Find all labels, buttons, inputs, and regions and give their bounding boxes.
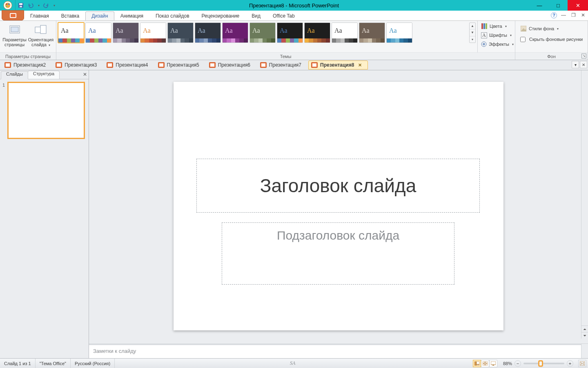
slide-editor: Заголовок слайда Подзаголовок слайда ⏶ ⏷… (89, 70, 588, 358)
theme-thumbnail[interactable]: Aa (167, 22, 194, 43)
document-tab[interactable]: Презентация6 (206, 61, 256, 70)
document-tab-close[interactable]: ✕ (358, 63, 362, 68)
zoom-in-button[interactable]: + (567, 360, 573, 367)
gallery-more-button[interactable]: ▾ (470, 36, 475, 43)
panel-tab-outline[interactable]: Структура (28, 71, 60, 79)
tab-design[interactable]: Дизайн (85, 11, 114, 20)
dialog-launcher[interactable]: ↘ (581, 54, 586, 58)
slide-thumbnail-1[interactable]: 1 (2, 83, 86, 138)
view-slideshow-icon (491, 361, 496, 366)
theme-swatch-row (223, 38, 248, 43)
redo-button[interactable] (42, 2, 50, 9)
status-theme[interactable]: "Тема Office" (36, 359, 71, 368)
theme-fonts-button[interactable]: AШрифты▾ (479, 31, 513, 40)
tab-slideshow[interactable]: Показ слайдов (149, 11, 196, 20)
slide-canvas[interactable]: Заголовок слайда Подзаголовок слайда (174, 82, 503, 330)
title-placeholder[interactable]: Заголовок слайда (196, 159, 480, 213)
theme-gallery[interactable]: AaAaAaAaAaAaAaAaAaAaAaAaAa (56, 21, 468, 52)
view-slideshow-button[interactable] (489, 360, 497, 367)
document-tab[interactable]: Презентация3 (53, 61, 103, 70)
theme-thumbnail[interactable]: Aa (222, 22, 248, 43)
next-slide-button[interactable]: ⏷ (581, 332, 588, 339)
save-button[interactable] (17, 2, 24, 9)
tab-officetab[interactable]: Office Tab (267, 11, 301, 20)
help-button[interactable]: ? (551, 12, 557, 18)
background-styles-button[interactable]: Стили фона▾ (519, 24, 560, 33)
zoom-control: 88% − + (500, 360, 577, 367)
document-tab[interactable]: Презентация5 (155, 61, 205, 70)
prev-slide-button[interactable]: ⏶ (581, 325, 588, 332)
undo-button[interactable] (27, 2, 34, 9)
theme-thumbnail[interactable]: Aa (58, 22, 84, 43)
document-tab[interactable]: Презентация2 (2, 61, 52, 70)
fit-to-window-button[interactable] (578, 360, 586, 367)
page-setup-button[interactable]: Параметры страницы (2, 22, 27, 47)
theme-colors-button[interactable]: Цвета▾ (479, 22, 513, 31)
minimize-button[interactable]: — (530, 0, 549, 11)
svg-rect-24 (483, 361, 485, 363)
office-button[interactable] (0, 0, 16, 11)
tab-view[interactable]: Вид (245, 11, 267, 20)
group-themes: AaAaAaAaAaAaAaAaAaAaAaAaAa ▲ ▼ ▾ Цвета▾ … (56, 21, 515, 60)
slides-panel: Слайды Структура ✕ 1 (0, 70, 89, 358)
theme-thumbnail[interactable]: Aa (359, 22, 385, 43)
close-button[interactable]: ✕ (568, 0, 588, 11)
status-slide-number[interactable]: Слайд 1 из 1 (0, 359, 36, 368)
panel-close-button[interactable]: ✕ (83, 72, 87, 77)
svg-rect-14 (40, 25, 46, 34)
document-tab[interactable]: Презентация8✕ (308, 61, 368, 70)
qat-customize[interactable]: ▾ (52, 2, 56, 9)
file-menu-button[interactable] (2, 10, 24, 20)
gallery-scroll-up[interactable]: ▲ (470, 23, 475, 29)
tab-home[interactable]: Главная (24, 11, 55, 20)
theme-thumbnail[interactable]: Aa (113, 22, 139, 43)
tab-animation[interactable]: Анимация (114, 11, 149, 20)
view-normal-button[interactable] (473, 360, 481, 367)
panel-tab-slides[interactable]: Слайды (1, 71, 28, 79)
notes-pane[interactable]: Заметки к слайду (89, 343, 581, 358)
window-controls: — □ ✕ (530, 0, 588, 11)
tab-review[interactable]: Рецензирование (196, 11, 246, 20)
theme-thumbnail[interactable]: Aa (195, 22, 221, 43)
theme-thumbnail[interactable]: Aa (386, 22, 412, 43)
zoom-slider-thumb[interactable] (539, 361, 542, 366)
mdi-close-button[interactable]: ✕ (580, 12, 586, 18)
doctabs-menu[interactable]: ▾ (572, 61, 579, 68)
theme-thumbnail[interactable]: Aa (277, 22, 303, 43)
ribbon-tabs: Главная Вставка Дизайн Анимация Показ сл… (0, 11, 588, 21)
doctabs-close[interactable]: ✕ (580, 61, 587, 68)
zoom-out-button[interactable]: − (514, 360, 521, 367)
hide-bg-graphics-checkbox[interactable]: Скрыть фоновые рисунки (519, 35, 584, 44)
document-tab[interactable]: Презентация4 (104, 61, 154, 70)
theme-swatch-row (387, 38, 412, 43)
theme-thumbnail[interactable]: Aa (304, 22, 330, 43)
title-bar: ▾ ▾ Презентация8 - Microsoft PowerPoint … (0, 0, 588, 11)
gallery-scroll-down[interactable]: ▼ (470, 29, 475, 36)
zoom-slider[interactable] (523, 363, 564, 364)
vertical-scrollbar[interactable]: ⏶ ⏷ (581, 70, 588, 339)
theme-swatch-row (58, 38, 84, 43)
theme-thumbnail[interactable]: Aa (249, 22, 276, 43)
mdi-restore-button[interactable]: ❐ (570, 12, 577, 18)
status-language[interactable]: Русский (Россия) (71, 359, 115, 368)
tab-insert[interactable]: Вставка (55, 11, 86, 20)
zoom-value[interactable]: 88% (503, 361, 512, 366)
ppt-doc-icon (4, 62, 11, 68)
maximize-button[interactable]: □ (549, 0, 568, 11)
thumbnail-preview[interactable] (8, 83, 84, 138)
theme-effects-button[interactable]: Эффекты▾ (479, 40, 513, 49)
slide-orientation-button[interactable]: Ориентация слайда ▾ (28, 22, 53, 48)
document-tab[interactable]: Презентация7 (257, 61, 307, 70)
document-tab-label: Презентация5 (167, 62, 199, 68)
notes-scrollbar[interactable] (581, 343, 588, 358)
theme-thumbnail[interactable]: Aa (140, 22, 166, 43)
svg-rect-15 (481, 23, 483, 29)
undo-menu[interactable]: ▾ (37, 2, 40, 9)
hide-bg-checkbox-input[interactable] (520, 37, 526, 42)
mdi-minimize-button[interactable]: — (560, 12, 567, 18)
fonts-icon: A (481, 32, 487, 38)
view-sorter-button[interactable] (481, 360, 489, 367)
subtitle-placeholder[interactable]: Подзаголовок слайда (222, 222, 454, 285)
theme-thumbnail[interactable]: Aa (332, 22, 358, 43)
theme-thumbnail[interactable]: Aa (85, 22, 111, 43)
